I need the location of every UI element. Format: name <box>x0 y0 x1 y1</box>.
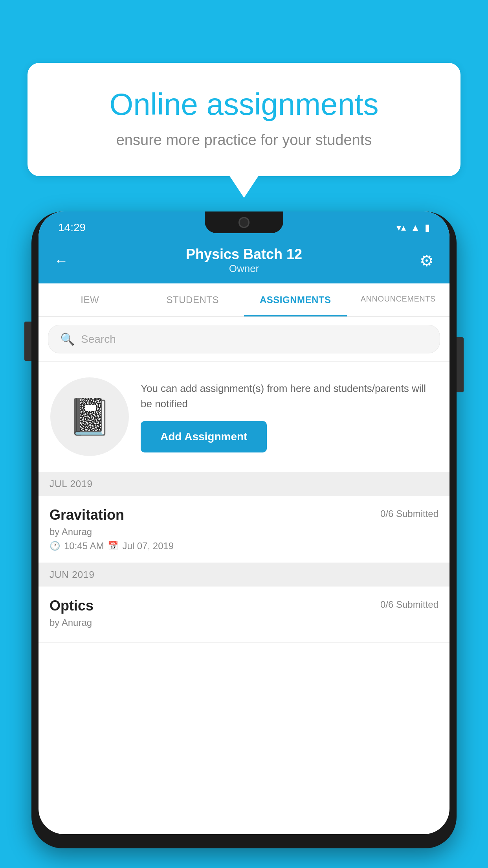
wifi-icon: ▾▴ <box>396 222 406 233</box>
header-title: Physics Batch 12 <box>68 246 420 263</box>
section-divider-jun: JUN 2019 <box>39 563 449 587</box>
search-placeholder: Search <box>81 333 116 346</box>
tab-announcements[interactable]: ANNOUNCEMENTS <box>347 283 450 316</box>
tab-iew[interactable]: IEW <box>39 283 141 316</box>
tab-students[interactable]: STUDENTS <box>141 283 244 316</box>
section-divider-jul: JUL 2019 <box>39 472 449 496</box>
bubble-title: Online assignments <box>59 86 429 122</box>
add-assignment-description: You can add assignment(s) from here and … <box>141 381 438 412</box>
search-bar[interactable]: 🔍 Search <box>48 325 440 353</box>
assignment-row-top-optics: Optics 0/6 Submitted <box>50 598 438 614</box>
assignment-date: Jul 07, 2019 <box>122 541 174 552</box>
assignment-by: by Anurag <box>50 526 438 537</box>
search-container: 🔍 Search <box>39 317 449 362</box>
add-assignment-section: 📓 You can add assignment(s) from here an… <box>39 362 449 472</box>
add-assignment-button[interactable]: Add Assignment <box>141 421 267 452</box>
speech-bubble-container: Online assignments ensure more practice … <box>28 63 460 176</box>
battery-icon: ▮ <box>425 222 430 233</box>
assignment-meta: 🕐 10:45 AM 📅 Jul 07, 2019 <box>50 541 438 552</box>
add-assignment-content: You can add assignment(s) from here and … <box>141 381 438 452</box>
assignment-submitted-optics: 0/6 Submitted <box>380 599 438 610</box>
clock-icon: 🕐 <box>50 541 60 551</box>
app-header: ← Physics Batch 12 Owner ⚙ <box>39 240 449 283</box>
phone-notch <box>205 211 283 233</box>
calendar-icon: 📅 <box>108 541 118 551</box>
assignment-submitted: 0/6 Submitted <box>380 508 438 519</box>
assignment-name: Gravitation <box>50 507 124 523</box>
tabs-container: IEW STUDENTS ASSIGNMENTS ANNOUNCEMENTS <box>39 283 449 317</box>
header-subtitle: Owner <box>68 263 420 275</box>
assignment-icon-circle: 📓 <box>50 377 129 456</box>
assignment-by-optics: by Anurag <box>50 617 438 628</box>
status-time: 14:29 <box>58 221 86 234</box>
assignment-item-optics[interactable]: Optics 0/6 Submitted by Anurag <box>39 587 449 643</box>
assignment-row-top: Gravitation 0/6 Submitted <box>50 507 438 523</box>
back-button[interactable]: ← <box>54 252 68 269</box>
tab-assignments[interactable]: ASSIGNMENTS <box>244 283 347 316</box>
speech-bubble: Online assignments ensure more practice … <box>28 63 460 176</box>
notch-camera <box>238 217 250 228</box>
search-icon: 🔍 <box>60 332 75 346</box>
phone-outer: 14:29 ▾▴ ▲ ▮ ← Physics Batch 12 Owner ⚙ <box>31 211 457 848</box>
bubble-subtitle: ensure more practice for your students <box>59 132 429 149</box>
signal-icon: ▲ <box>411 222 420 233</box>
gear-icon[interactable]: ⚙ <box>420 252 434 270</box>
notebook-icon: 📓 <box>68 396 112 438</box>
assignment-time: 10:45 AM <box>64 541 104 552</box>
status-icons: ▾▴ ▲ ▮ <box>396 222 430 233</box>
phone-container: 14:29 ▾▴ ▲ ▮ ← Physics Batch 12 Owner ⚙ <box>31 204 457 868</box>
phone-screen: 14:29 ▾▴ ▲ ▮ ← Physics Batch 12 Owner ⚙ <box>39 211 449 834</box>
assignment-name-optics: Optics <box>50 598 94 614</box>
assignment-item-gravitation[interactable]: Gravitation 0/6 Submitted by Anurag 🕐 10… <box>39 496 449 563</box>
header-center: Physics Batch 12 Owner <box>68 246 420 275</box>
